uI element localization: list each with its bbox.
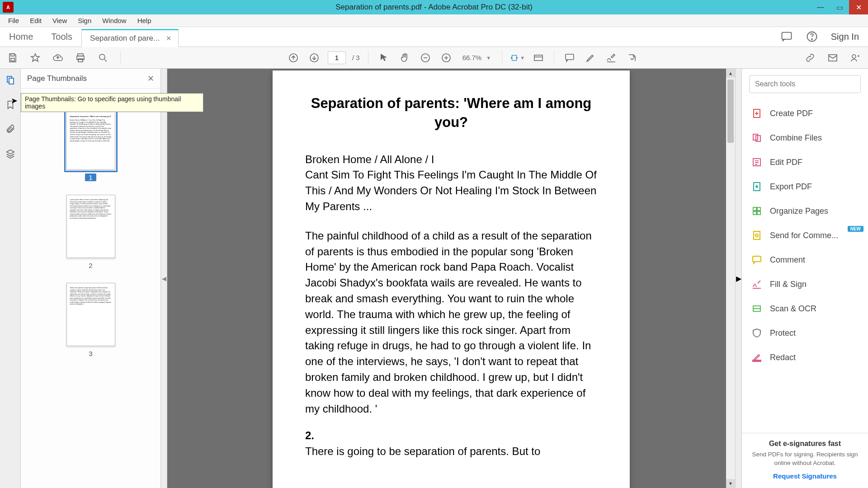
- page-display-icon[interactable]: [531, 51, 546, 65]
- search-tools-input[interactable]: [749, 75, 861, 93]
- right-splitter[interactable]: ▶: [735, 69, 741, 488]
- svg-rect-26: [757, 207, 760, 211]
- svg-rect-14: [534, 55, 542, 61]
- svg-point-8: [99, 54, 105, 60]
- close-tab-icon[interactable]: ✕: [166, 34, 172, 42]
- thumbnail-number: 1: [85, 174, 96, 181]
- create-icon: [751, 108, 763, 119]
- attachments-rail-icon[interactable]: [4, 123, 17, 136]
- new-badge: NEW: [848, 226, 863, 232]
- tool-item-scan[interactable]: Scan & OCR: [742, 296, 868, 321]
- tool-item-protect[interactable]: Protect: [742, 321, 868, 345]
- thumbnail-page-3[interactable]: Totam rem aperiam, eaque ipsa quae ab il…: [66, 283, 115, 357]
- svg-point-30: [755, 234, 758, 237]
- thumbnails-list: Separation of parents: 'Where am I among…: [21, 89, 160, 488]
- thumbnail-page-2[interactable]: Lorem ipsum dolor sit amet, consectetur …: [66, 195, 115, 269]
- request-signatures-link[interactable]: Request Signatures: [749, 472, 861, 480]
- zoom-level-dropdown[interactable]: 66.7%▼: [460, 54, 494, 61]
- minimize-button[interactable]: —: [811, 0, 830, 14]
- menu-view[interactable]: View: [48, 16, 71, 25]
- highlight-icon[interactable]: [583, 51, 598, 65]
- tool-label: Scan & OCR: [770, 304, 816, 314]
- page-number-input[interactable]: [328, 52, 346, 64]
- bookmarks-rail-icon[interactable]: [4, 99, 17, 111]
- app-icon: A: [3, 2, 14, 13]
- sign-in-link[interactable]: Sign In: [831, 32, 859, 42]
- tool-item-fillsign[interactable]: Fill & Sign: [742, 272, 868, 296]
- help-icon[interactable]: [806, 30, 818, 43]
- notifications-icon[interactable]: [780, 30, 793, 43]
- tool-item-redact[interactable]: Redact: [742, 345, 868, 370]
- add-comment-icon[interactable]: [562, 51, 577, 65]
- promo-description: Send PDFs for signing. Recipients sign o…: [749, 450, 861, 468]
- svg-rect-4: [11, 58, 14, 61]
- tab-home[interactable]: Home: [0, 27, 42, 47]
- tool-label: Export PDF: [770, 182, 812, 192]
- svg-rect-19: [9, 78, 14, 84]
- cloud-upload-icon[interactable]: [51, 51, 65, 65]
- document-scrollbar[interactable]: ▲ ▼: [726, 69, 735, 488]
- zoom-level-label: 66.7%: [462, 54, 482, 61]
- page-thumbnails-panel: Page Thumbnails ✕ Page Thumbnails: Go to…: [21, 69, 161, 488]
- menu-sign[interactable]: Sign: [73, 16, 96, 25]
- promo-title: Get e-signatures fast: [749, 440, 861, 448]
- tool-label: Send for Comme...: [770, 231, 838, 240]
- svg-rect-15: [566, 54, 574, 60]
- tool-item-create[interactable]: Create PDF: [742, 101, 868, 126]
- close-button[interactable]: ✕: [849, 0, 868, 14]
- document-paragraph-1: The painful childhood of a child as a re…: [305, 228, 597, 417]
- chevron-right-icon: ▶: [736, 274, 741, 283]
- document-tab[interactable]: Separation of pare... ✕: [81, 29, 179, 47]
- star-icon[interactable]: [28, 51, 42, 65]
- svg-rect-33: [753, 360, 761, 361]
- previous-page-icon[interactable]: [286, 51, 301, 65]
- document-view[interactable]: Separation of parents: 'Where am I among…: [167, 69, 735, 488]
- layers-rail-icon[interactable]: [4, 147, 17, 160]
- scrollbar-thumb[interactable]: [727, 80, 734, 143]
- export-icon: [751, 181, 763, 192]
- main-toolbar: / 3 66.7%▼ ▼: [0, 47, 868, 69]
- tool-item-combine[interactable]: Combine Files: [742, 126, 868, 150]
- svg-rect-28: [757, 211, 760, 215]
- share-icon[interactable]: [848, 51, 863, 65]
- next-page-icon[interactable]: [307, 51, 321, 65]
- tools-list: Create PDFCombine FilesEdit PDFExport PD…: [742, 99, 868, 433]
- email-icon[interactable]: [826, 51, 840, 65]
- tool-label: Organize Pages: [770, 206, 828, 216]
- tool-item-export[interactable]: Export PDF: [742, 174, 868, 199]
- left-splitter[interactable]: ◀: [161, 69, 167, 488]
- tab-tools[interactable]: Tools: [42, 27, 81, 47]
- svg-rect-13: [512, 55, 517, 60]
- document-verse: Broken Home / All Alone / I Cant Sim To …: [305, 152, 597, 215]
- tool-item-comment[interactable]: Comment: [742, 248, 868, 272]
- stamp-icon[interactable]: [625, 51, 639, 65]
- selection-tool-icon[interactable]: [377, 51, 391, 65]
- menu-edit[interactable]: Edit: [25, 16, 46, 25]
- fit-width-icon[interactable]: ▼: [510, 51, 525, 65]
- combine-icon: [751, 132, 763, 144]
- tool-item-send[interactable]: Send for Comme...NEW: [742, 223, 868, 248]
- sign-icon[interactable]: [604, 51, 618, 65]
- print-icon[interactable]: [73, 51, 88, 65]
- tool-item-organize[interactable]: Organize Pages: [742, 199, 868, 223]
- menu-window[interactable]: Window: [98, 16, 131, 25]
- window-controls: — ▭ ✕: [811, 0, 868, 14]
- maximize-button[interactable]: ▭: [830, 0, 849, 14]
- document-title: Separation of parents: 'Where am I among…: [305, 94, 597, 132]
- zoom-in-icon[interactable]: [439, 51, 453, 65]
- link-icon[interactable]: [803, 51, 817, 65]
- close-panel-icon[interactable]: ✕: [147, 74, 154, 84]
- thumbnail-number: 2: [89, 262, 92, 269]
- zoom-out-icon[interactable]: [418, 51, 433, 65]
- left-nav-rail: [0, 69, 21, 488]
- hand-tool-icon[interactable]: [397, 51, 412, 65]
- find-icon[interactable]: [96, 51, 110, 65]
- thumbnail-page-1[interactable]: Separation of parents: 'Where am I among…: [66, 111, 115, 181]
- save-icon[interactable]: [5, 51, 20, 65]
- menu-help[interactable]: Help: [133, 16, 156, 25]
- page-thumbnails-rail-icon[interactable]: [4, 74, 17, 87]
- tool-item-edit[interactable]: Edit PDF: [742, 150, 868, 174]
- scroll-up-icon[interactable]: ▲: [726, 69, 735, 78]
- menu-file[interactable]: File: [4, 16, 24, 25]
- scroll-down-icon[interactable]: ▼: [726, 479, 735, 488]
